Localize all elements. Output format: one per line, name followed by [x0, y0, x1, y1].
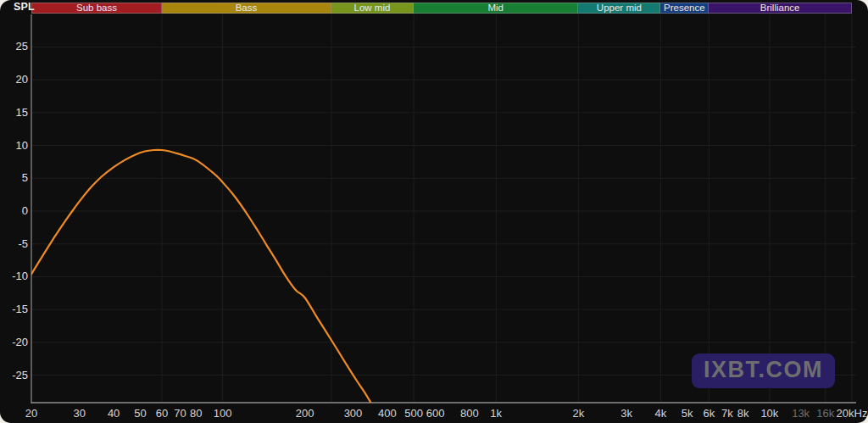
y-tick-label: 15 — [0, 106, 28, 120]
y-tick-label: -10 — [0, 270, 28, 283]
band-label: Upper mid — [597, 3, 642, 13]
band-presence: Presence — [660, 3, 709, 14]
x-tick-label-60: 60 — [156, 407, 168, 420]
x-tick-label-80: 80 — [190, 407, 202, 420]
x-tick-label-300: 300 — [344, 407, 363, 420]
response-curve — [31, 150, 380, 418]
x-tick-label-400: 400 — [378, 407, 397, 420]
x-tick-label-20: 20 — [25, 407, 37, 420]
x-tick-label-200: 200 — [296, 407, 314, 420]
x-tick-label-10k: 10k — [760, 407, 778, 420]
band-sub-bass: Sub bass — [31, 3, 162, 14]
band-bass: Bass — [162, 3, 331, 14]
x-tick-label-13k: 13k — [792, 407, 810, 420]
band-brilliance: Brilliance — [709, 3, 852, 14]
x-tick-label-40: 40 — [108, 407, 120, 420]
band-mid: Mid — [414, 3, 578, 14]
x-tick-label-2k: 2k — [572, 407, 584, 420]
y-tick-label: 5 — [0, 171, 28, 185]
band-label: Low mid — [354, 3, 391, 13]
x-tick-label-600: 600 — [426, 407, 445, 420]
x-tick-label-800: 800 — [460, 407, 479, 420]
ixbt-watermark: IXBT.COM — [692, 353, 835, 388]
y-tick-label: 25 — [0, 40, 28, 53]
frequency-bands-bar: Sub bassBassLow midMidUpper midPresenceB… — [0, 3, 868, 14]
x-tick-label-30: 30 — [74, 407, 86, 420]
x-tick-label-16k: 16k — [816, 407, 834, 420]
frequency-response-chart: SPL Sub bassBassLow midMidUpper midPrese… — [0, 0, 868, 423]
x-tick-label-8k: 8k — [737, 407, 749, 420]
y-tick-label: 0 — [0, 204, 28, 218]
page: SPL Sub bassBassLow midMidUpper midPrese… — [0, 0, 868, 423]
band-label: Brilliance — [760, 3, 800, 13]
x-tick-label-6k: 6k — [703, 407, 715, 420]
band-label: Mid — [487, 3, 504, 13]
y-tick-label: -20 — [0, 336, 28, 349]
y-tick-label: -15 — [0, 303, 28, 316]
x-tick-label-50: 50 — [134, 407, 146, 420]
band-label: Sub bass — [76, 3, 117, 13]
x-tick-label-70: 70 — [174, 407, 186, 420]
x-tick-label-5k: 5k — [682, 407, 693, 420]
band-label: Bass — [236, 3, 258, 13]
x-tick-label-7k: 7k — [721, 407, 733, 420]
y-tick-label: -25 — [0, 369, 28, 382]
y-tick-label: 20 — [0, 73, 28, 86]
x-tick-label-20kHz: 20kHz — [837, 407, 868, 420]
x-tick-label-4k: 4k — [655, 407, 667, 420]
y-tick-label: -5 — [0, 237, 28, 251]
y-tick-label: 10 — [0, 139, 28, 153]
x-tick-label-3k: 3k — [620, 407, 632, 420]
band-low-mid: Low mid — [331, 3, 414, 14]
x-tick-label-1k: 1k — [490, 407, 502, 420]
x-tick-label-100: 100 — [214, 407, 232, 420]
x-tick-label-500: 500 — [404, 407, 423, 420]
band-label: Presence — [664, 3, 705, 13]
band-upper-mid: Upper mid — [578, 3, 660, 14]
spl-axis-label: SPL — [14, 1, 35, 13]
